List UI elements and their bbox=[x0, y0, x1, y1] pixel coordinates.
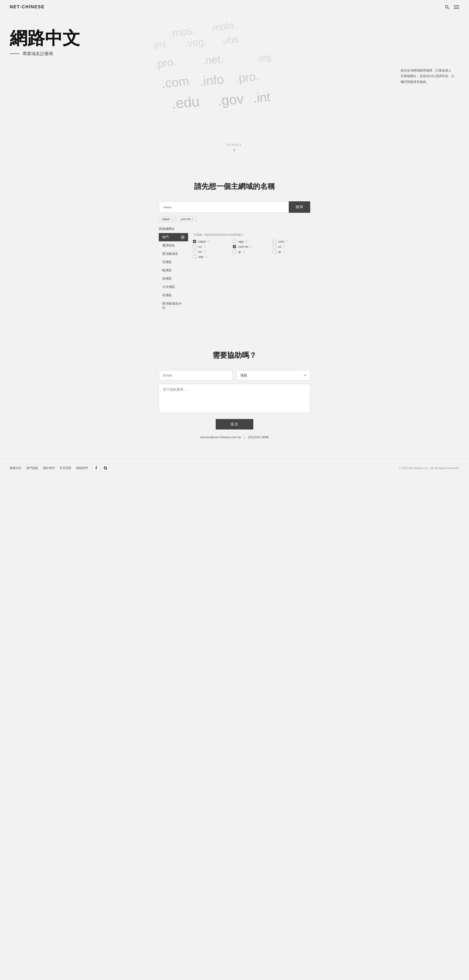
hero-subtitle-row: 專業域名註冊商 bbox=[10, 51, 459, 57]
filter-row: 熱門 ! 通用域名 新頂級域名 亞洲區 歐洲區 美洲區 大洋洲區 非洲區 新頂級… bbox=[159, 233, 310, 311]
hero-subtitle: 專業域名註冊商 bbox=[22, 51, 53, 57]
domain-tw-label: .tw bbox=[198, 250, 202, 253]
domain-ip: .ip ⓘ bbox=[233, 250, 270, 253]
tag-taipei-remove[interactable]: × bbox=[171, 218, 173, 221]
domain-ai-info[interactable]: ⓘ bbox=[282, 250, 285, 253]
hero-title: 網路中文 bbox=[10, 29, 459, 48]
footer-link-contact[interactable]: 聯絡我們 bbox=[76, 466, 88, 470]
domain-site: .site ⓘ bbox=[193, 255, 230, 259]
footer-link-about[interactable]: 關於我們 bbox=[43, 466, 55, 470]
search-bar: 搜尋 bbox=[159, 201, 310, 213]
menu-button[interactable] bbox=[454, 5, 459, 9]
domain-ai-checkbox[interactable] bbox=[273, 250, 276, 253]
domain-app: .app ⓘ bbox=[233, 240, 270, 243]
skype-icon bbox=[104, 466, 107, 470]
domain-grid: .taipei ⓘ .app ⓘ .com ⓘ .co ⓘ bbox=[193, 240, 310, 259]
domain-site-checkbox[interactable] bbox=[193, 255, 196, 258]
domain-ai-label: .ai bbox=[278, 250, 281, 253]
domain-com-label: .com bbox=[278, 240, 284, 243]
domain-cc: .cc ⓘ bbox=[273, 245, 310, 248]
filter-item-africa[interactable]: 非洲區 bbox=[159, 291, 188, 299]
help-subject-select[interactable]: 項目 bbox=[236, 370, 310, 380]
contact-email: service@net-chinese.com.tw bbox=[200, 435, 241, 439]
filter-item-oceania[interactable]: 大洋洲區 bbox=[159, 283, 188, 291]
domain-comtw-info[interactable]: ⓘ bbox=[250, 245, 252, 248]
svg-text:.pro.: .pro. bbox=[153, 55, 177, 70]
domain-tw-info[interactable]: ⓘ bbox=[203, 250, 206, 253]
domain-cc-label: .cc bbox=[278, 245, 282, 248]
search-section: 請先想一個主網域的名稱 搜尋 .taipei × .com.tw × 按後綴網址… bbox=[149, 167, 320, 331]
filter-item-generic[interactable]: 通用域名 bbox=[159, 241, 188, 250]
domain-site-info[interactable]: ⓘ bbox=[205, 255, 207, 259]
domain-site-label: .site bbox=[198, 255, 204, 259]
help-title: 需要協助嗎？ bbox=[159, 350, 310, 360]
footer-social bbox=[93, 465, 109, 471]
filter-main: *本國家／地區管理局列表依IANA標準製作 .taipei ⓘ .app ⓘ .… bbox=[188, 233, 310, 311]
search-title: 請先想一個主網域的名稱 bbox=[159, 181, 310, 192]
hamburger-icon bbox=[454, 5, 459, 9]
footer-link-services[interactable]: 服務項目 bbox=[10, 466, 21, 470]
filter-item-america[interactable]: 美洲區 bbox=[159, 275, 188, 283]
svg-text:.info: .info bbox=[199, 72, 225, 89]
tag-comtw-label: .com.tw bbox=[180, 217, 191, 221]
domain-ip-checkbox[interactable] bbox=[233, 250, 236, 253]
filter-item-az[interactable]: 新頂級域名(A-Z) bbox=[159, 299, 188, 311]
domain-ip-info[interactable]: ⓘ bbox=[242, 250, 245, 253]
skype-icon-button[interactable] bbox=[102, 465, 109, 471]
domain-taipei-info[interactable]: ⓘ bbox=[207, 240, 210, 243]
footer-link-hot-topics[interactable]: 熱門議題 bbox=[26, 466, 38, 470]
help-submit-button[interactable]: 送出 bbox=[216, 419, 253, 430]
filter-item-asia[interactable]: 亞洲區 bbox=[159, 258, 188, 266]
logo: NET-CHINESE bbox=[10, 5, 45, 10]
domain-comtw-label: .com.tw bbox=[238, 245, 249, 248]
help-input-row: 項目 bbox=[159, 370, 310, 380]
help-contact: service@net-chinese.com.tw (02)2531-9696 bbox=[159, 435, 310, 439]
search-icon bbox=[445, 5, 450, 10]
svg-text:.edu: .edu bbox=[171, 93, 200, 111]
domain-comtw-checkbox[interactable] bbox=[233, 245, 236, 248]
search-button[interactable] bbox=[445, 5, 450, 10]
footer-copyright: © 2022 Net-Chinese Co., Ltd. All Rights … bbox=[399, 466, 459, 469]
domain-co-checkbox[interactable] bbox=[193, 245, 196, 248]
help-section: 需要協助嗎？ 項目 送出 service@net-chinese.com.tw … bbox=[149, 331, 320, 458]
domain-taipei: .taipei ⓘ bbox=[193, 240, 230, 243]
domain-ip-label: .ip bbox=[238, 250, 241, 253]
svg-text:.int: .int bbox=[252, 89, 271, 105]
domain-cc-checkbox[interactable] bbox=[273, 245, 276, 248]
search-button[interactable]: 搜尋 bbox=[289, 201, 310, 213]
svg-text:.com: .com bbox=[161, 74, 190, 91]
hero-line bbox=[10, 53, 19, 54]
svg-point-0 bbox=[445, 5, 448, 8]
domain-cc-info[interactable]: ⓘ bbox=[283, 245, 286, 248]
domain-com-checkbox[interactable] bbox=[273, 240, 276, 243]
domain-tw-checkbox[interactable] bbox=[193, 250, 196, 253]
scroll-arrow: ∨ bbox=[0, 148, 469, 152]
domain-com-info[interactable]: ⓘ bbox=[286, 240, 289, 243]
domain-app-label: .app bbox=[238, 240, 244, 243]
facebook-icon bbox=[95, 466, 97, 470]
search-input[interactable] bbox=[159, 201, 289, 213]
help-textarea[interactable] bbox=[159, 384, 310, 413]
domain-ai: .ai ⓘ bbox=[273, 250, 310, 253]
search-tags: .taipei × .com.tw × bbox=[159, 216, 310, 222]
filter-item-hot[interactable]: 熱門 ! bbox=[159, 233, 188, 241]
footer-link-faq[interactable]: 常見問題 bbox=[60, 466, 71, 470]
domain-co-info[interactable]: ⓘ bbox=[203, 245, 206, 248]
filter-item-hot-label: 熱門 bbox=[162, 235, 169, 239]
tag-taipei: .taipei × bbox=[159, 216, 175, 222]
domain-taipei-checkbox[interactable] bbox=[193, 240, 196, 243]
domain-tw: .tw ⓘ bbox=[193, 250, 230, 253]
tag-comtw-remove[interactable]: × bbox=[192, 218, 194, 221]
help-email-input[interactable] bbox=[159, 370, 233, 380]
hero-description: 提供全球網域購買服務，註冊超過上百萬個網址，並提供SSL憑證申請、主機空間購買等… bbox=[400, 68, 455, 85]
header: NET-CHINESE bbox=[0, 0, 469, 14]
facebook-icon-button[interactable] bbox=[93, 465, 100, 471]
domain-app-checkbox[interactable] bbox=[233, 240, 236, 243]
footer-links: 服務項目 熱門議題 關於我們 常見問題 聯絡我們 bbox=[10, 466, 88, 470]
filter-item-new-tld[interactable]: 新頂級域名 bbox=[159, 250, 188, 258]
domain-taipei-label: .taipei bbox=[198, 240, 206, 243]
hot-badge: ! bbox=[181, 235, 185, 239]
filter-item-europe[interactable]: 歐洲區 bbox=[159, 266, 188, 275]
svg-text:.pro.: .pro. bbox=[235, 70, 259, 85]
domain-app-info[interactable]: ⓘ bbox=[245, 240, 248, 243]
